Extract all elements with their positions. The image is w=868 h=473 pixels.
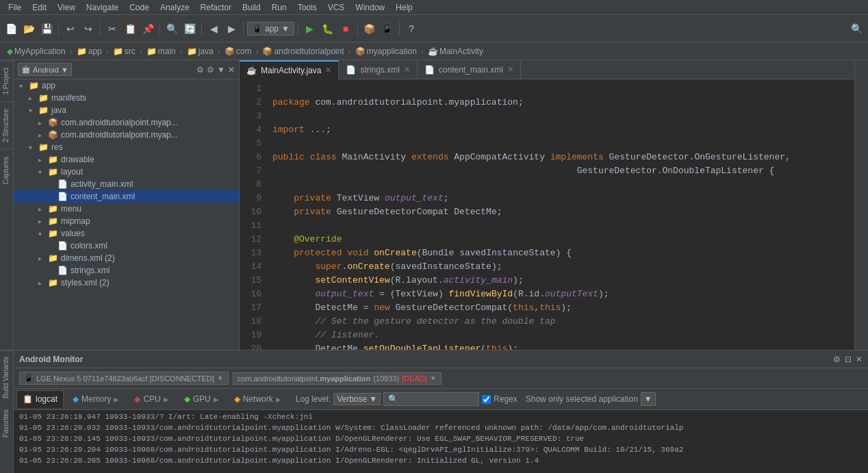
android-dropdown[interactable]: 🤖 Android ▼ <box>18 63 72 76</box>
breadcrumb-main[interactable]: 📁 main <box>144 45 179 57</box>
tree-menu[interactable]: ▸ 📁 menu <box>14 203 239 215</box>
menu-window[interactable]: Window <box>350 1 390 14</box>
stop-btn[interactable]: ■ <box>337 21 354 37</box>
toolbar-replace-btn[interactable]: 🔄 <box>181 21 198 37</box>
tab-strings[interactable]: 📄 strings.xml ✕ <box>339 60 417 79</box>
tree-mipmap[interactable]: ▸ 📁 mipmap <box>14 215 239 227</box>
tree-values[interactable]: ▾ 📁 values <box>14 227 239 240</box>
toolbar-find-btn[interactable]: 🔍 <box>164 21 180 37</box>
collapse-icon[interactable]: ▼ <box>217 65 225 75</box>
toolbar-undo-btn[interactable]: ↩ <box>62 21 79 37</box>
menu-run[interactable]: Run <box>266 1 292 14</box>
network-icon: ◆ <box>234 394 240 404</box>
menu-vcs[interactable]: VCS <box>322 1 350 14</box>
toolbar-redo-btn[interactable]: ↪ <box>80 21 97 37</box>
menu-edit[interactable]: Edit <box>27 1 52 14</box>
menu-build[interactable]: Build <box>237 1 266 14</box>
app-selector[interactable]: 📱 app ▼ <box>247 22 294 36</box>
tree-colors[interactable]: ▸ 📄 colors.xml <box>14 240 239 252</box>
tab-mainactivity[interactable]: ☕ MainActivity.java ✕ <box>240 60 339 79</box>
tree-content-main[interactable]: ▸ 📄 content_main.xml <box>14 190 239 203</box>
log-output[interactable]: 01-05 23:26:19.947 10933-10933/? I/art: … <box>14 410 868 473</box>
log-level-select[interactable]: Verbose ▼ <box>333 393 381 405</box>
menu-navigate[interactable]: Navigate <box>81 1 124 14</box>
breadcrumb-src[interactable]: 📁 src <box>110 45 138 57</box>
close-icon[interactable]: ✕ <box>228 65 235 75</box>
monitor-tab-memory[interactable]: ◆ Memory ▶ <box>66 390 125 408</box>
sdk-btn[interactable]: 📦 <box>361 21 378 37</box>
monitor-tab-network[interactable]: ◆ Network ▶ <box>228 390 288 408</box>
regex-check[interactable] <box>482 395 491 404</box>
close-tab-main[interactable]: ✕ <box>325 66 331 75</box>
debug-btn[interactable]: 🐛 <box>320 21 336 37</box>
close-tab-strings[interactable]: ✕ <box>404 65 410 74</box>
tab-content-main[interactable]: 📄 content_main.xml ✕ <box>418 60 521 79</box>
code-editor[interactable]: 1 2 3 4 5 6 7 8 9 10 11 12 13 14 15 16 1 <box>240 79 854 350</box>
tree-activity-main[interactable]: ▸ 📄 activity_main.xml <box>14 178 239 190</box>
tree-dimens[interactable]: ▸ 📁 dimens.xml (2) <box>14 252 239 264</box>
panel-title: Android Monitor <box>19 355 83 364</box>
tree-styles[interactable]: ▸ 📁 styles.xml (2) <box>14 277 239 289</box>
vtab-project[interactable]: 1:Project <box>0 60 13 101</box>
panel-layout-icon[interactable]: ⊡ <box>845 355 852 364</box>
regex-checkbox[interactable]: Regex <box>482 394 518 404</box>
monitor-tab-gpu[interactable]: ◆ GPU ▶ <box>178 390 225 408</box>
run-btn[interactable]: ▶ <box>302 21 318 37</box>
monitor-tab-cpu[interactable]: ◆ CPU ▶ <box>128 390 175 408</box>
breadcrumb-app[interactable]: 📁 app <box>74 45 105 57</box>
menu-help[interactable]: Help <box>390 1 418 14</box>
help-btn[interactable]: ? <box>403 21 420 37</box>
tree-com1[interactable]: ▸ 📦 com.androidtutorialpoint.myap... <box>14 116 239 129</box>
toolbar-copy-btn[interactable]: 📋 <box>122 21 138 37</box>
breadcrumb-com[interactable]: 📦 com <box>222 45 255 57</box>
tree-res[interactable]: ▾ 📁 res <box>14 141 239 153</box>
breadcrumb-myapplication2[interactable]: 📦 myapplication <box>353 45 420 57</box>
menu-view[interactable]: View <box>52 1 81 14</box>
log-level-value: Verbose <box>337 394 367 404</box>
folder-icon-res: 📁 <box>38 142 49 152</box>
toolbar-open-btn[interactable]: 📂 <box>21 21 37 37</box>
tree-strings[interactable]: ▸ 📄 strings.xml <box>14 264 239 277</box>
breadcrumb-myapplication[interactable]: ◆ MyApplication <box>4 45 68 57</box>
device-selector[interactable]: 📱 LGE Nexus 5 0711e74823ab6acf [DISCONNE… <box>19 372 229 385</box>
app-selector-bottom[interactable]: com.androidtutorialpoint.myapplication (… <box>233 372 442 385</box>
tree-manifests[interactable]: ▸ 📁 manifests <box>14 92 239 104</box>
menu-tools[interactable]: Tools <box>292 1 322 14</box>
folder-icon-drawable: 📁 <box>48 155 58 164</box>
menu-refactor[interactable]: Refactor <box>195 1 237 14</box>
gear-icon[interactable]: ⚙ <box>207 65 214 75</box>
toolbar-new-btn[interactable]: 📄 <box>3 21 19 37</box>
tree-app[interactable]: ▾ 📁 app <box>14 79 239 92</box>
menu-analyze[interactable]: Analyze <box>155 1 195 14</box>
search-icon[interactable]: 🔍 <box>848 21 865 37</box>
breadcrumb-atp[interactable]: 📦 androidtutorialpoint <box>259 45 346 57</box>
toolbar-back-btn[interactable]: ◀ <box>205 21 222 37</box>
toolbar-cut-btn[interactable]: ✂ <box>104 21 120 37</box>
vtab-structure[interactable]: 2:Structure <box>0 101 13 149</box>
toolbar-save-btn[interactable]: 💾 <box>38 21 55 37</box>
menu-file[interactable]: File <box>3 1 27 14</box>
vtab-favorites[interactable]: Favorites <box>0 404 13 443</box>
tree-java[interactable]: ▾ 📁 java <box>14 104 239 116</box>
panel-settings-icon[interactable]: ⚙ <box>833 355 841 364</box>
vtab-captures[interactable]: Captures <box>0 149 13 192</box>
close-tab-content[interactable]: ✕ <box>507 65 513 74</box>
toolbar-paste-btn[interactable]: 📌 <box>140 21 156 37</box>
menu-code[interactable]: Code <box>124 1 155 14</box>
tree-com2[interactable]: ▸ 📦 com.androidtutorialpoint.myap... <box>14 129 239 141</box>
tree-drawable[interactable]: ▸ 📁 drawable <box>14 153 239 166</box>
monitor-tab-logcat[interactable]: 📋 logcat <box>16 390 64 408</box>
breadcrumb-java[interactable]: 📁 java <box>184 45 216 57</box>
sync-icon[interactable]: ⚙ <box>196 65 204 75</box>
search-box[interactable]: 🔍 <box>383 392 479 406</box>
show-selected-dropdown[interactable]: ▼ <box>641 392 656 406</box>
breadcrumb-mainactivity[interactable]: ☕ MainActivity <box>425 45 486 57</box>
vtab-build-variants[interactable]: Build Variants <box>0 351 13 404</box>
search-input[interactable] <box>401 394 474 404</box>
toolbar-forward-btn[interactable]: ▶ <box>223 21 240 37</box>
folder-icon-layout: 📁 <box>48 167 58 177</box>
panel-close-icon[interactable]: ✕ <box>856 355 863 364</box>
folder-icon-styles: 📁 <box>48 278 58 287</box>
tree-layout[interactable]: ▾ 📁 layout <box>14 166 239 178</box>
avd-btn[interactable]: 📱 <box>379 21 396 37</box>
